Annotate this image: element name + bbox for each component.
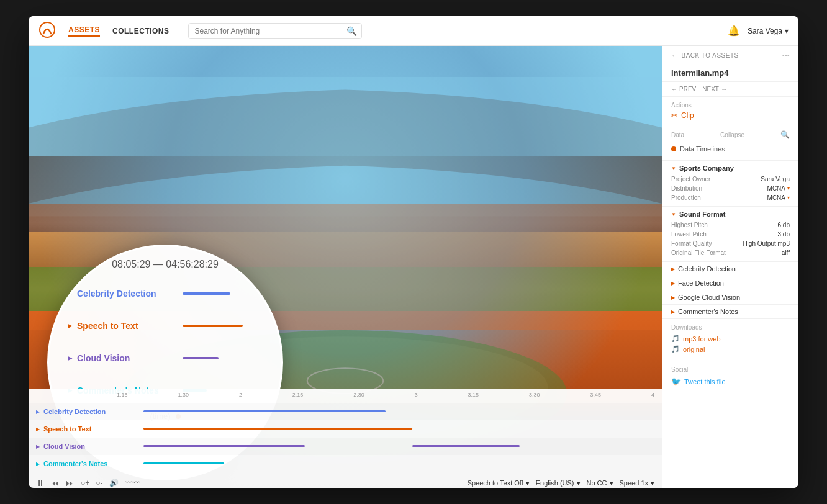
distribution-value[interactable]: MCNA ▾ bbox=[767, 185, 790, 192]
add-button[interactable]: ○+ bbox=[81, 479, 89, 487]
highest-pitch-row: Highest Pitch 6 db bbox=[671, 220, 790, 230]
back-button[interactable]: ⏮ bbox=[51, 478, 60, 488]
production-row: Production MCNA ▾ bbox=[671, 193, 790, 202]
timeline-row-cloud[interactable]: ▶ Cloud Vision bbox=[29, 438, 662, 455]
nav-search-container: 🔍 bbox=[188, 23, 362, 39]
search-icon[interactable]: 🔍 bbox=[346, 26, 357, 36]
timeline-row-commenter[interactable]: ▶ Commenter's Notes bbox=[29, 455, 662, 472]
original-file-row: Original File Format aiff bbox=[671, 248, 790, 258]
format-quality-label: Format Quality bbox=[671, 240, 712, 247]
back-to-assets[interactable]: ← BACK TO ASSETS ••• bbox=[662, 46, 798, 63]
nav-links: ASSETS COLLECTIONS bbox=[68, 25, 169, 37]
timeline-row-celebrity[interactable]: ▶ Celebrity Detection bbox=[29, 403, 662, 420]
sports-company-section: ▼ Sports Company Project Owner Sara Vega… bbox=[662, 161, 798, 207]
lowest-pitch-value: -3 db bbox=[775, 231, 790, 238]
production-label: Production bbox=[671, 194, 701, 201]
main-content: 08:05:29 — 04:56:28:29 ▶ Celebrity Detec… bbox=[29, 46, 798, 488]
zoom-row-cloud: ▶ Cloud Vision bbox=[49, 342, 281, 374]
vol-icon[interactable]: 🔊 bbox=[109, 479, 119, 487]
data-timeline-dot bbox=[671, 146, 676, 151]
project-owner-label: Project Owner bbox=[671, 176, 710, 182]
bell-icon[interactable]: 🔔 bbox=[728, 25, 740, 37]
zoom-row-celebrity: ▶ Celebrity Detection bbox=[49, 277, 281, 310]
timeline-row-speech[interactable]: ▶ Speech to Text bbox=[29, 420, 662, 438]
project-owner-value: Sara Vega bbox=[761, 176, 790, 182]
cloud-label: ▶ Cloud Vision bbox=[36, 443, 117, 450]
prev-button[interactable]: ← PREV bbox=[671, 86, 696, 92]
nav-assets[interactable]: ASSETS bbox=[68, 25, 100, 37]
social-section: Social 🐦 Tweet this file bbox=[662, 361, 798, 391]
speech-bar-area bbox=[117, 428, 654, 430]
zoom-cloud-bar bbox=[183, 357, 263, 360]
distribution-label: Distribution bbox=[671, 185, 702, 192]
panel-actions: Actions ✂ Clip bbox=[662, 97, 798, 125]
search-input[interactable] bbox=[188, 23, 362, 39]
tweet-button[interactable]: 🐦 Tweet this file bbox=[671, 377, 790, 386]
format-quality-value: High Output mp3 bbox=[743, 240, 790, 247]
original-file-label: Original File Format bbox=[671, 250, 726, 256]
sports-company-header[interactable]: ▼ Sports Company bbox=[671, 164, 790, 172]
highest-pitch-value: 6 db bbox=[778, 222, 790, 228]
cc-dropdown[interactable]: No CC ▾ bbox=[587, 479, 613, 487]
user-menu[interactable]: Sara Vega ▾ bbox=[748, 27, 789, 35]
language-dropdown[interactable]: English (US) ▾ bbox=[536, 479, 581, 487]
commenters-notes-row[interactable]: ▶ Commenter's Notes bbox=[662, 305, 798, 319]
speech-to-text-dropdown[interactable]: Speech to Text Off ▾ bbox=[468, 479, 530, 487]
data-section: Data Collapse 🔍 Data Timelines bbox=[662, 125, 798, 161]
download-original[interactable]: 🎵 original bbox=[671, 345, 790, 353]
video-timeline: 1:15 1:30 2 2:15 2:30 3 3:15 3:30 3:45 4 bbox=[29, 389, 662, 488]
filename: Intermilan.mp4 bbox=[662, 63, 798, 82]
data-search-icon[interactable]: 🔍 bbox=[780, 130, 790, 139]
actions-label: Actions bbox=[671, 102, 790, 109]
collapse-button[interactable]: Collapse bbox=[720, 132, 744, 138]
timeline-controls: ⏸ ⏮ ⏭ ○+ ○- 🔊 〰〰 Speech to Text Off ▾ En… bbox=[29, 475, 662, 488]
video-area[interactable]: 08:05:29 — 04:56:28:29 ▶ Celebrity Detec… bbox=[29, 46, 662, 488]
downloads-section: Downloads 🎵 mp3 for web 🎵 original bbox=[662, 319, 798, 361]
right-panel: ← BACK TO ASSETS ••• Intermilan.mp4 ← PR… bbox=[662, 46, 798, 488]
timeline-rows: ▶ Celebrity Detection ▶ Speech to Text bbox=[29, 400, 662, 475]
commenter-label: ▶ Commenter's Notes bbox=[36, 460, 117, 467]
zoom-speech-bar bbox=[183, 325, 263, 328]
data-section-header: Data Collapse 🔍 bbox=[671, 130, 790, 139]
pause-button[interactable]: ⏸ bbox=[36, 478, 45, 488]
celebrity-bar-area bbox=[117, 410, 654, 413]
nav-right: 🔔 Sara Vega ▾ bbox=[728, 25, 789, 37]
timeline-scale: 1:15 1:30 2 2:15 2:30 3 3:15 3:30 3:45 4 bbox=[29, 389, 662, 400]
downloads-label: Downloads bbox=[671, 324, 790, 331]
original-file-value: aiff bbox=[782, 250, 790, 256]
social-label: Social bbox=[671, 366, 790, 373]
sound-format-header[interactable]: ▼ Sound Format bbox=[671, 210, 790, 218]
speech-label: ▶ Speech to Text bbox=[36, 425, 117, 433]
nav-collections[interactable]: COLLECTIONS bbox=[112, 27, 169, 35]
project-owner-row: Project Owner Sara Vega bbox=[671, 174, 790, 184]
panel-nav: ← PREV NEXT → bbox=[662, 82, 798, 97]
highest-pitch-label: Highest Pitch bbox=[671, 222, 708, 228]
zoom-cloud-label: ▶ Cloud Vision bbox=[68, 353, 183, 363]
waveform-icon[interactable]: 〰〰 bbox=[125, 479, 140, 487]
zoom-speech-label: ▶ Speech to Text bbox=[68, 321, 183, 331]
clip-button[interactable]: ✂ Clip bbox=[671, 111, 790, 120]
production-arrow: ▾ bbox=[787, 195, 790, 200]
next-button[interactable]: NEXT → bbox=[702, 86, 727, 92]
download-mp3[interactable]: 🎵 mp3 for web bbox=[671, 335, 790, 343]
sound-format-section: ▼ Sound Format Highest Pitch 6 db Lowest… bbox=[662, 207, 798, 262]
scale-numbers: 1:15 1:30 2 2:15 2:30 3 3:15 3:30 3:45 4 bbox=[117, 392, 654, 398]
data-label: Data bbox=[671, 132, 684, 138]
zoom-celebrity-label: ▶ Celebrity Detection bbox=[68, 289, 183, 299]
google-cloud-vision-row[interactable]: ▶ Google Cloud Vision bbox=[662, 290, 798, 305]
lowest-pitch-row: Lowest Pitch -3 db bbox=[671, 230, 790, 239]
face-detection-row[interactable]: ▶ Face Detection bbox=[662, 276, 798, 290]
zoom-row-speech: ▶ Speech to Text bbox=[49, 310, 281, 342]
distribution-arrow: ▾ bbox=[787, 186, 790, 191]
nav-bar: ASSETS COLLECTIONS 🔍 🔔 Sara Vega ▾ bbox=[29, 16, 798, 46]
commenter-bar-area bbox=[117, 462, 654, 465]
production-value[interactable]: MCNA ▾ bbox=[767, 194, 790, 201]
celebrity-detection-row[interactable]: ▶ Celebrity Detection bbox=[662, 262, 798, 276]
forward-button[interactable]: ⏭ bbox=[66, 478, 75, 488]
more-icon[interactable]: ••• bbox=[782, 52, 790, 59]
logo[interactable] bbox=[38, 21, 56, 41]
lowest-pitch-label: Lowest Pitch bbox=[671, 231, 707, 238]
distribution-row: Distribution MCNA ▾ bbox=[671, 184, 790, 193]
speed-dropdown[interactable]: Speed 1x ▾ bbox=[620, 479, 654, 487]
sub-button[interactable]: ○- bbox=[96, 479, 102, 487]
